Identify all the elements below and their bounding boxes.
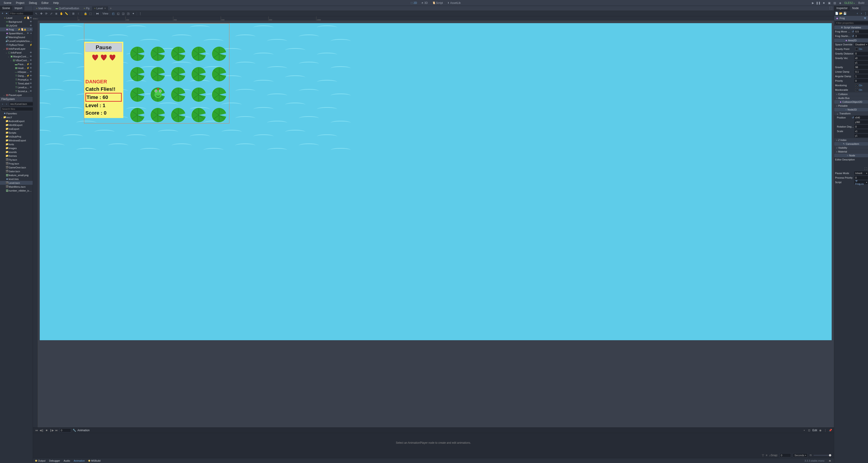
eye-icon[interactable]: 👁	[30, 90, 32, 93]
anchor-bl-icon[interactable]: ◲	[121, 11, 125, 16]
tree-row[interactable]: 📁WindowsExport	[0, 138, 33, 142]
animation-menu[interactable]: Animation	[78, 429, 90, 432]
tree-row[interactable]: TPromptLa👁	[0, 78, 33, 81]
history-back-icon[interactable]: ‹	[856, 12, 859, 15]
section-pickable[interactable]: › Pickable	[834, 104, 868, 107]
tree-row[interactable]: 📁IosExport	[0, 127, 33, 131]
tree-row[interactable]: 📁images	[0, 146, 33, 150]
snap-icon[interactable]: ⊞	[71, 11, 75, 16]
snap-toggle[interactable]: ⌕Snap:	[769, 454, 778, 457]
section-node[interactable]: ○Node	[834, 154, 868, 157]
v-icon[interactable]: ▾	[30, 32, 32, 35]
script-value[interactable]: ⚒ Frog.cs▾	[855, 180, 868, 184]
section-material[interactable]: › Material	[834, 150, 868, 154]
grp-icon[interactable]: ⬚	[27, 28, 29, 31]
distraction-free-icon[interactable]: ⛶	[829, 7, 833, 10]
eye-icon[interactable]: 👁	[30, 71, 32, 73]
bone-icon[interactable]: ⧓	[95, 11, 99, 16]
frog-start-h-value[interactable]: 3	[855, 34, 868, 38]
tree-row[interactable]: ◆SpawnWarningBox👁▾	[0, 31, 33, 35]
section-zindex[interactable]: › Z Index	[834, 138, 868, 142]
pause-icon[interactable]: ❚❚	[816, 1, 820, 5]
scale-x[interactable]: x 1	[855, 129, 868, 133]
gravity-distance-value[interactable]: 0	[855, 52, 868, 55]
tree-row[interactable]: 📁VsStubProj	[0, 135, 33, 138]
filter-properties-input[interactable]	[835, 21, 868, 25]
tree-row[interactable]: ⌄📁res://	[0, 115, 33, 119]
reset-icon[interactable]: ↺	[851, 34, 855, 38]
menu-project[interactable]: Project	[13, 1, 27, 4]
section-audio-bus[interactable]: › Audio Bus	[834, 96, 868, 100]
section-collision[interactable]: › Collision	[834, 92, 868, 96]
sig-icon[interactable]: ⚡	[24, 16, 26, 19]
link-icon[interactable]: ⚭	[5, 12, 8, 15]
tree-row[interactable]: 📁themes	[0, 154, 33, 158]
scale-y[interactable]: y 1	[855, 134, 868, 137]
zoom-slider[interactable]	[813, 455, 832, 456]
priority-value[interactable]: 0	[855, 79, 868, 82]
rotation-value[interactable]: 0	[855, 125, 868, 128]
stop-icon[interactable]: ■	[822, 1, 826, 5]
zoom-reset-icon[interactable]: ⟲	[809, 454, 812, 457]
workspace-2d[interactable]: ⬚2D	[408, 1, 419, 4]
eye-icon[interactable]: 👁	[30, 74, 32, 77]
scene-tab-quitgamebutton[interactable]: ▬QuitGameButton	[53, 6, 81, 10]
linear-damp-value[interactable]: 0.1	[855, 70, 868, 73]
import-tab[interactable]: Import	[12, 6, 25, 11]
anim-prev-icon[interactable]: ◀❙	[40, 429, 43, 432]
tree-row[interactable]: 🎬Frog.tscn	[0, 162, 33, 165]
tree-row[interactable]: ▭Background👁	[0, 20, 33, 24]
eye-icon[interactable]: 👁	[30, 51, 32, 54]
section-transform[interactable]: ⌄ Transform	[834, 112, 868, 115]
position-y[interactable]: y 360	[855, 120, 868, 124]
scene-tab[interactable]: Scene	[0, 6, 12, 11]
status-output[interactable]: Output	[35, 459, 45, 462]
tree-row[interactable]: 🖼number_nibbler_icon.pn	[0, 189, 33, 193]
scene-tab-mainmenu[interactable]: ○MainMenu	[34, 6, 53, 10]
eye-icon[interactable]: 👁	[30, 78, 32, 81]
inspector-tab[interactable]: Inspector	[834, 6, 850, 11]
tree-row[interactable]: ⌄▣MarginContainer👁	[0, 55, 33, 58]
scale-tool-icon[interactable]: ⤢	[49, 11, 53, 16]
ruler-tool-icon[interactable]: 📏	[64, 11, 68, 16]
anchor-tr-icon[interactable]: ◱	[116, 11, 120, 16]
gravity-vec-x[interactable]: x 0	[855, 56, 868, 60]
monitorable-check[interactable]: ✓On	[855, 89, 868, 91]
anchor-c-icon[interactable]: ✦	[131, 11, 135, 16]
eye-icon[interactable]: 👁	[30, 86, 32, 89]
build-button[interactable]: Build	[856, 1, 867, 4]
play-icon[interactable]: ▶	[811, 1, 815, 5]
more-tools-icon[interactable]: ⋮	[138, 11, 143, 16]
tree-row[interactable]: 🎬Gator.tscn	[0, 169, 33, 173]
tree-row[interactable]: 🔊LevelCompleteSound	[0, 39, 33, 43]
eye-icon[interactable]: 👁	[30, 82, 32, 85]
new-tab-button[interactable]: +	[108, 7, 113, 10]
movie-icon[interactable]: ◈	[838, 1, 842, 5]
sig-icon[interactable]: ⚡	[27, 63, 29, 66]
time-unit-select[interactable]: Seconds ▾	[793, 453, 808, 457]
eye-icon[interactable]: 👁	[27, 32, 29, 35]
tree-row[interactable]: 🔊WarningSound	[0, 35, 33, 39]
status-debugger[interactable]: Debugger	[49, 459, 60, 462]
eye-icon[interactable]: 👁	[30, 59, 32, 62]
eye-icon[interactable]: 👁	[30, 28, 32, 31]
back-icon[interactable]: ‹	[1, 102, 4, 105]
close-tab-icon[interactable]: ×	[104, 7, 106, 10]
fwd-icon[interactable]: ›	[5, 102, 8, 105]
tree-row[interactable]: 🖼feature_small.png	[0, 173, 33, 177]
pan-tool-icon[interactable]: ✋	[59, 11, 63, 16]
zoom-out-icon[interactable]: ⊖	[33, 18, 35, 20]
anim-pin-icon[interactable]: 📌	[829, 429, 832, 432]
view-menu[interactable]: View	[102, 11, 108, 16]
anchor-tl-icon[interactable]: ◰	[111, 11, 115, 16]
eye-icon[interactable]: 👁	[30, 63, 32, 66]
anim-opt1-icon[interactable]: ◉	[818, 429, 822, 432]
scene-tree[interactable]: ○Level⚡📜👁▭Background👁⊞LilyGrid👁◆Frog⚡📜🔒⬚…	[0, 16, 33, 96]
gravity-point-check[interactable]: On	[855, 48, 868, 51]
snap-input[interactable]	[780, 453, 791, 457]
tree-row[interactable]: ⌄▤PauseLayer	[0, 93, 33, 96]
tree-row[interactable]: ⌄▥VBoxContainer👁	[0, 58, 33, 62]
edit-menu[interactable]: Edit	[812, 429, 817, 432]
reset-icon[interactable]: ↺	[851, 30, 855, 33]
play-scene-icon[interactable]: ▣	[827, 1, 831, 5]
